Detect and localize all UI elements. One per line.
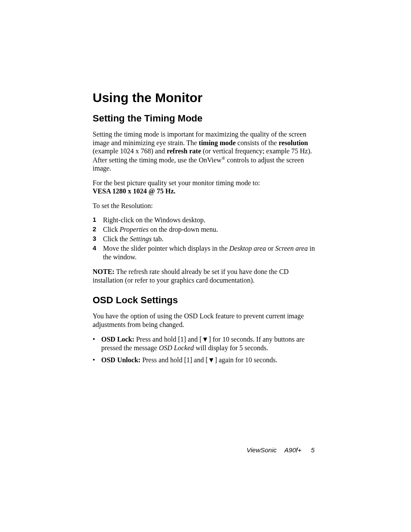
section-heading-timing: Setting the Timing Mode xyxy=(93,113,317,124)
step-item: 4 Move the slider pointer which displays… xyxy=(93,244,317,261)
text: Right-click on the Windows desktop. xyxy=(103,216,206,224)
bold-text: resolution xyxy=(279,139,308,146)
text: For the best picture quality set your mo… xyxy=(93,179,260,187)
footer-brand: ViewSonic xyxy=(246,446,277,454)
text: The refresh rate should already be set i… xyxy=(93,268,289,284)
page-footer: ViewSonicA90f+5 xyxy=(0,446,411,454)
set-resolution-label: To set the Resolution: xyxy=(93,202,317,210)
italic-text: Desktop area xyxy=(229,245,266,252)
text: Click xyxy=(103,226,120,233)
text: consists of the xyxy=(236,139,279,146)
note-label: NOTE: xyxy=(93,268,115,275)
bullet-item: • OSD Lock: Press and hold [1] and [▼] f… xyxy=(93,335,317,352)
step-number: 1 xyxy=(93,216,103,224)
osd-intro-paragraph: You have the option of using the OSD Loc… xyxy=(93,312,317,329)
bold-text: VESA 1280 x 1024 @ 75 Hz. xyxy=(93,187,175,195)
step-item: 2 Click Properties on the drop-down menu… xyxy=(93,225,317,234)
bullet-text: OSD Unlock: Press and hold [1] and [▼] a… xyxy=(101,356,317,364)
step-text: Click the Settings tab. xyxy=(103,235,317,243)
bold-text: refresh rate xyxy=(167,147,201,155)
step-text: Right-click on the Windows desktop. xyxy=(103,216,317,224)
step-text: Click Properties on the drop-down menu. xyxy=(103,225,317,234)
step-item: 3 Click the Settings tab. xyxy=(93,235,317,243)
text: tab. xyxy=(152,235,164,243)
page-title: Using the Monitor xyxy=(93,90,317,105)
text: Click the xyxy=(103,235,130,243)
italic-text: Screen area xyxy=(275,245,308,252)
step-item: 1 Right-click on the Windows desktop. xyxy=(93,216,317,224)
bold-text: OSD Unlock: xyxy=(101,356,140,364)
italic-text: OSD Locked xyxy=(159,344,194,352)
page-content: Using the Monitor Setting the Timing Mod… xyxy=(0,0,411,364)
bold-text: OSD Lock: xyxy=(101,336,134,343)
resolution-steps-list: 1 Right-click on the Windows desktop. 2 … xyxy=(93,216,317,261)
text: on the drop-down menu. xyxy=(149,226,218,233)
italic-text: Settings xyxy=(130,235,152,243)
step-number: 2 xyxy=(93,225,103,233)
text: Move the slider pointer which displays i… xyxy=(103,245,229,252)
section-heading-osd: OSD Lock Settings xyxy=(93,295,317,306)
bold-text: timing mode xyxy=(199,139,236,146)
footer-model: A90f+ xyxy=(284,446,302,454)
text: (example 1024 x 768) and xyxy=(93,147,167,155)
osd-bullet-list: • OSD Lock: Press and hold [1] and [▼] f… xyxy=(93,335,317,364)
text: or xyxy=(266,245,275,252)
text: Press and hold [1] and [▼] again for 10 … xyxy=(140,356,277,364)
bullet-text: OSD Lock: Press and hold [1] and [▼] for… xyxy=(101,335,317,352)
bullet-marker: • xyxy=(93,356,101,364)
registered-mark: ® xyxy=(221,156,225,161)
text: will display for 5 seconds. xyxy=(194,344,268,352)
italic-text: Properties xyxy=(120,226,149,233)
footer-page-number: 5 xyxy=(311,446,314,454)
recommended-mode-paragraph: For the best picture quality set your mo… xyxy=(93,179,317,196)
note-paragraph: NOTE: The refresh rate should already be… xyxy=(93,268,317,284)
step-text: Move the slider pointer which displays i… xyxy=(103,244,317,261)
step-number: 4 xyxy=(93,244,103,252)
bullet-marker: • xyxy=(93,335,101,344)
timing-intro-paragraph: Setting the timing mode is important for… xyxy=(93,130,317,173)
bullet-item: • OSD Unlock: Press and hold [1] and [▼]… xyxy=(93,356,317,364)
step-number: 3 xyxy=(93,235,103,243)
